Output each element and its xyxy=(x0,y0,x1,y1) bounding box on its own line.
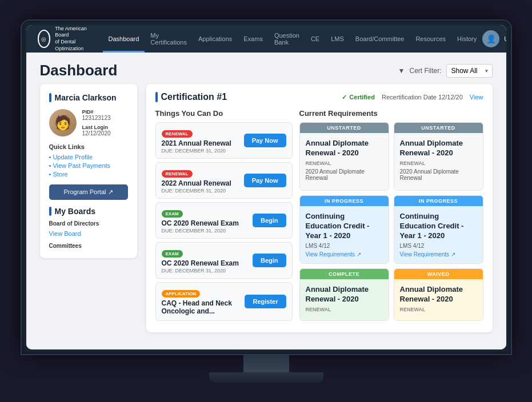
req-status-header: IN PROGRESS xyxy=(300,196,389,206)
filter-icon: ▼ xyxy=(398,67,405,75)
avatar: 🧑 xyxy=(49,109,77,136)
cert-header: Certification #1 ✓ Certified Recertifica… xyxy=(155,92,483,102)
pay-now-button-2[interactable]: Pay Now xyxy=(244,174,286,187)
logo-text: The American Board of Dental Optimizatio… xyxy=(55,26,89,53)
req-card-unstarted-2: UNSTARTED Annual Diplomate Renewal - 202… xyxy=(394,122,483,191)
view-board-link[interactable]: View Board xyxy=(49,230,81,237)
task-item: RENEWAL 2021 Annual Renewal DUE: DECEMBE… xyxy=(155,122,293,159)
cert-title: Certification #1 xyxy=(155,92,227,102)
req-status-header: COMPLETE xyxy=(300,269,389,279)
nav-my-certifications[interactable]: My Certifications xyxy=(145,25,193,53)
register-button[interactable]: Register xyxy=(245,295,286,308)
two-col-layout: Things You Can Do RENEWAL 2021 Annual Re… xyxy=(155,109,483,324)
req-card-body: Annual Diplomate Renewal - 2020 RENEWAL … xyxy=(394,133,483,190)
nav-avatar: 👤 xyxy=(482,30,499,47)
profile-info: PID# 123123123 Last Login 12/12/2020 xyxy=(82,109,111,136)
req-card-type: RENEWAL xyxy=(400,160,477,166)
monitor: ◎ The American Board of Dental Optimizat… xyxy=(21,19,512,383)
nav-board-committee[interactable]: Board/Committee xyxy=(350,25,410,53)
begin-button-2[interactable]: Begin xyxy=(253,254,286,267)
req-card-type: RENEWAL xyxy=(400,307,477,312)
req-card-title: Annual Diplomate Renewal - 2020 xyxy=(400,285,477,304)
task-item: RENEWAL 2022 Annual Renewal DUE: DECEMBE… xyxy=(155,162,293,199)
avatar-area: 🧑 PID# 123123123 Last Login 12/12/2020 xyxy=(49,109,128,136)
task-name: 2022 Annual Renewal xyxy=(162,179,244,187)
task-name: CAQ - Head and Neck Oncologic and... xyxy=(162,299,245,315)
req-card-title: Continuing Education Credit - Year 1 - 2… xyxy=(400,212,477,241)
logo-icon: ◎ xyxy=(38,30,51,48)
sidebar-card: Marcia Clarkson 🧑 PID# 123123123 Last Lo… xyxy=(40,84,137,258)
cert-filter-select[interactable]: Show All xyxy=(446,64,493,78)
task-item: APPLICATION CAQ - Head and Neck Oncologi… xyxy=(155,282,293,321)
things-todo-col: Things You Can Do RENEWAL 2021 Annual Re… xyxy=(155,109,293,324)
quick-link-store[interactable]: Store xyxy=(49,171,128,178)
nav-resources[interactable]: Resources xyxy=(410,25,451,53)
sidebar: Marcia Clarkson 🧑 PID# 123123123 Last Lo… xyxy=(40,84,137,340)
req-card-title: Annual Diplomate Renewal - 2020 xyxy=(306,285,383,304)
task-name: OC 2020 Renewal Exam xyxy=(162,219,253,227)
last-login-label: Last Login xyxy=(82,124,111,130)
task-item: EXAM OC 2020 Renewal Exam DUE: DECEMBER … xyxy=(155,242,293,279)
nav-lms[interactable]: LMS xyxy=(325,25,350,53)
cert-filter: ▼ Cert Filter: Show All xyxy=(398,64,493,78)
sidebar-profile-title: Marcia Clarkson xyxy=(49,93,128,102)
requirements-col: Current Requirements UNSTARTED Annual Di… xyxy=(299,109,483,324)
task-due: DUE: DECEMBER 31, 2020 xyxy=(162,268,253,274)
req-status-header: UNSTARTED xyxy=(394,123,483,133)
task-info: APPLICATION CAQ - Head and Neck Oncologi… xyxy=(162,287,245,316)
req-card-type: RENEWAL xyxy=(306,307,383,312)
nav-applications[interactable]: Applications xyxy=(193,25,238,53)
nav-question-bank[interactable]: Question Bank xyxy=(269,25,305,53)
nav-links: Dashboard My Certifications Applications… xyxy=(103,25,483,53)
monitor-neck xyxy=(243,355,289,372)
task-due: DUE: DECEMBER 31, 2020 xyxy=(162,188,244,194)
requirements-title: Current Requirements xyxy=(299,109,483,118)
task-badge-renewal: RENEWAL xyxy=(162,130,193,138)
content-area: Marcia Clarkson 🧑 PID# 123123123 Last Lo… xyxy=(26,84,506,349)
cert-status: ✓ Certified Recertification Date 12/12/2… xyxy=(342,94,483,101)
begin-button-1[interactable]: Begin xyxy=(253,214,286,227)
pay-now-button-1[interactable]: Pay Now xyxy=(244,134,286,147)
req-card-body: Continuing Education Credit - Year 1 - 2… xyxy=(300,206,389,264)
nav-user[interactable]: 👤 User ▾ xyxy=(482,30,506,47)
task-due: DUE: DECEMBER 31, 2020 xyxy=(162,228,253,234)
certified-badge: ✓ Certified xyxy=(342,94,375,101)
nav-ce[interactable]: CE xyxy=(305,25,325,53)
main-content: Dashboard ▼ Cert Filter: Show All xyxy=(26,53,506,349)
req-status-header: UNSTARTED xyxy=(300,123,389,133)
page-title: Dashboard xyxy=(40,62,118,79)
task-name: OC 2020 Renewal Exam xyxy=(162,259,253,267)
things-todo-title: Things You Can Do xyxy=(155,109,293,118)
monitor-screen: ◎ The American Board of Dental Optimizat… xyxy=(21,19,512,355)
nav-dashboard[interactable]: Dashboard xyxy=(103,25,145,53)
req-card-lms: LMS 4/12 xyxy=(306,243,383,249)
nav-exams[interactable]: Exams xyxy=(238,25,269,53)
nav-history[interactable]: History xyxy=(451,25,482,53)
req-card-body: Annual Diplomate Renewal - 2020 RENEWAL xyxy=(394,279,483,320)
quick-link-past-payments[interactable]: View Past Payments xyxy=(49,162,128,169)
cert-filter-label: Cert Filter: xyxy=(409,67,441,75)
cert-view-link[interactable]: View xyxy=(470,94,483,100)
req-card-desc: 2020 Annual Diplomate Renewal xyxy=(306,168,383,181)
committees-label: Committees xyxy=(49,243,128,249)
view-requirements-link-2[interactable]: View Requirements ↗ xyxy=(400,251,477,258)
task-due: DUE: DECEMBER 31, 2020 xyxy=(162,148,244,154)
task-info: EXAM OC 2020 Renewal Exam DUE: DECEMBER … xyxy=(162,207,253,234)
boards-section-title: My Boards xyxy=(49,207,128,216)
navigation: ◎ The American Board of Dental Optimizat… xyxy=(26,25,506,53)
req-card-title: Annual Diplomate Renewal - 2020 xyxy=(400,139,477,158)
board-of-directors-label: Board of Directors xyxy=(49,220,128,227)
task-info: EXAM OC 2020 Renewal Exam DUE: DECEMBER … xyxy=(162,247,253,274)
recert-date: Recertification Date 12/12/20 xyxy=(382,94,463,100)
req-card-title: Annual Diplomate Renewal - 2020 xyxy=(306,139,383,158)
req-card-desc: 2020 Annual Diplomate Renewal xyxy=(400,168,477,181)
req-card-waived: WAIVED Annual Diplomate Renewal - 2020 R… xyxy=(394,268,483,321)
program-portal-button[interactable]: Program Portal ↗ xyxy=(49,184,128,200)
task-item: EXAM OC 2020 Renewal Exam DUE: DECEMBER … xyxy=(155,202,293,239)
req-card-type: RENEWAL xyxy=(306,160,383,166)
main-panel: Certification #1 ✓ Certified Recertifica… xyxy=(146,84,493,340)
task-name: 2021 Annual Renewal xyxy=(162,139,244,147)
quick-link-update-profile[interactable]: Update Profile xyxy=(49,154,128,160)
req-card-title: Continuing Education Credit - Year 1 - 2… xyxy=(306,212,383,241)
view-requirements-link-1[interactable]: View Requirements ↗ xyxy=(306,251,383,258)
